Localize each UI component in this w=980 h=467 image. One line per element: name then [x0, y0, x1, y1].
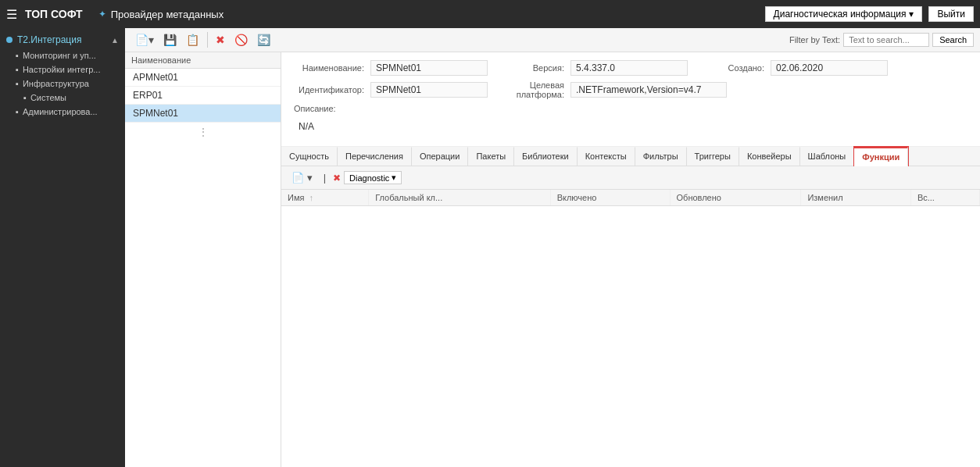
sidebar-item-systems[interactable]: ▪ Системы	[0, 91, 125, 105]
col-name[interactable]: Имя ↑	[281, 190, 369, 206]
functions-table: Имя ↑ Глобальный кл... Включено Обновлен…	[281, 190, 980, 206]
sidebar-item-infra[interactable]: ▪ Инфраструктура	[0, 77, 125, 91]
id-row: Идентификатор: SPMNet01 Целевая платформ…	[294, 80, 967, 99]
right-panel: Наименование: SPMNet01 Версия: 5.4.337.0…	[281, 52, 980, 467]
id-label: Идентификатор:	[294, 85, 364, 94]
col-updated: Обновлено	[670, 190, 801, 206]
id-value: SPMNet01	[370, 82, 488, 98]
diagnostic-button[interactable]: Диагностическая информация ▾	[765, 6, 923, 22]
list-item-apmnet01[interactable]: APMNet01	[125, 69, 281, 87]
table-separator: |	[320, 169, 330, 186]
tab-packages[interactable]: Пакеты	[468, 147, 514, 166]
filter-section: Filter by Text: Search	[789, 33, 974, 47]
search-input[interactable]	[843, 33, 929, 47]
resize-handle[interactable]: ⋮	[125, 123, 281, 141]
app-header: ☰ ТОП СОФТ ✦ Провайдер метаданных Диагно…	[0, 0, 980, 28]
list-panel: Наименование APMNet01 ERP01 SPMNet01 ⋮	[125, 52, 281, 467]
desc-value: N/A	[294, 119, 319, 134]
tab-contexts[interactable]: Контексты	[578, 147, 635, 166]
version-value: 5.4.337.0	[570, 60, 688, 76]
sidebar-item-admin[interactable]: ▪ Администрирова...	[0, 105, 125, 119]
list-item-spmnet01[interactable]: SPMNet01	[125, 105, 281, 123]
brand-name: ТОП СОФТ	[25, 8, 83, 20]
sidebar-item-label: Администрирова...	[23, 107, 98, 116]
admin-icon: ▪	[16, 107, 19, 116]
monitoring-icon: ▪	[16, 51, 19, 60]
col-enabled: Включено	[550, 190, 670, 206]
table-section: 📄 ▾ | ✖ Diagnostic ▾	[281, 166, 980, 467]
tab-filters[interactable]: Фильтры	[635, 147, 687, 166]
refresh-button[interactable]: 🔄	[253, 31, 274, 48]
tab-operations[interactable]: Операции	[412, 147, 468, 166]
filter-label: Filter by Text:	[789, 35, 840, 45]
sidebar-section-label: Т2.Интеграция	[17, 34, 111, 45]
section-dot	[6, 37, 13, 43]
save-button[interactable]: 💾	[159, 31, 181, 48]
infra-icon: ▪	[16, 79, 19, 88]
list-header: Наименование	[125, 52, 281, 69]
sidebar-item-label: Инфраструктура	[23, 79, 89, 88]
sidebar-item-monitoring[interactable]: ▪ Мониторинг и уп...	[0, 48, 125, 62]
tab-pipelines[interactable]: Конвейеры	[739, 147, 800, 166]
main-layout: Т2.Интеграция ▲ ▪ Мониторинг и уп... ▪ Н…	[0, 28, 980, 467]
form-section: Наименование: SPMNet01 Версия: 5.4.337.0…	[281, 52, 980, 147]
desc-label: Описание:	[294, 104, 336, 113]
search-button[interactable]: Search	[932, 33, 974, 47]
header-title-section: ✦ Провайдер метаданных	[98, 9, 765, 20]
sidebar-section-integration[interactable]: Т2.Интеграция ▲	[0, 31, 125, 48]
tab-functions[interactable]: Функции	[854, 147, 908, 166]
systems-icon: ▪	[23, 93, 27, 102]
created-label: Создано:	[694, 63, 764, 73]
sidebar-item-label: Настройки интегр...	[23, 65, 101, 74]
sidebar-item-label: Мониторинг и уп...	[23, 51, 96, 60]
separator	[207, 32, 208, 48]
name-label: Наименование:	[294, 63, 364, 73]
platform-label: Целевая платформа:	[494, 80, 564, 99]
col-extra: Вс...	[910, 190, 979, 206]
table-header-row: Имя ↑ Глобальный кл... Включено Обновлен…	[281, 190, 980, 206]
table-container: Имя ↑ Глобальный кл... Включено Обновлен…	[281, 190, 980, 467]
tab-templates[interactable]: Шаблоны	[800, 147, 855, 166]
table-new-button[interactable]: 📄 ▾	[288, 169, 317, 186]
sidebar-item-settings[interactable]: ▪ Настройки интегр...	[0, 62, 125, 77]
table-delete-button[interactable]: ✖	[333, 173, 341, 184]
menu-icon[interactable]: ☰	[6, 7, 17, 22]
main-toolbar: 📄▾ 💾 📋 ✖ 🚫 🔄 Filter by Text: Search	[125, 28, 980, 52]
name-value: SPMNet01	[370, 60, 488, 76]
desc-row: Описание:	[294, 104, 967, 115]
tab-triggers[interactable]: Триггеры	[687, 147, 739, 166]
created-value: 02.06.2020	[771, 60, 888, 76]
version-label: Версия:	[494, 63, 564, 73]
col-global-key: Глобальный кл...	[369, 190, 550, 206]
tab-enums[interactable]: Перечисления	[338, 147, 412, 166]
cancel-button[interactable]: 🚫	[231, 31, 252, 48]
table-filter-label: Diagnostic	[349, 173, 389, 183]
list-item-erp01[interactable]: ERP01	[125, 87, 281, 105]
copy-button[interactable]: 📋	[182, 31, 203, 48]
sidebar: Т2.Интеграция ▲ ▪ Мониторинг и уп... ▪ Н…	[0, 28, 125, 467]
platform-value: .NETFramework,Version=v4.7	[570, 82, 727, 98]
content-wrapper: 📄▾ 💾 📋 ✖ 🚫 🔄 Filter by Text: Search Наим…	[125, 28, 980, 467]
logout-button[interactable]: Выйти	[928, 6, 974, 22]
sort-icon: ↑	[309, 193, 314, 202]
sidebar-item-label: Системы	[30, 93, 66, 102]
name-row: Наименование: SPMNet01 Версия: 5.4.337.0…	[294, 60, 967, 76]
page-title: Провайдер метаданных	[111, 9, 224, 20]
tabs-bar: Сущность Перечисления Операции Пакеты Би…	[281, 147, 980, 166]
table-filter-tag: Diagnostic ▾	[344, 171, 402, 184]
content-area: Наименование APMNet01 ERP01 SPMNet01 ⋮ Н…	[125, 52, 980, 467]
collapse-icon: ▲	[111, 36, 119, 45]
new-button[interactable]: 📄▾	[131, 31, 158, 48]
settings-icon: ▪	[16, 65, 19, 74]
delete-button[interactable]: ✖	[212, 31, 229, 48]
col-changed-by: Изменил	[801, 190, 911, 206]
tab-entity[interactable]: Сущность	[281, 147, 338, 166]
desc-value-row: N/A	[294, 119, 967, 134]
tab-libraries[interactable]: Библиотеки	[514, 147, 578, 166]
star-icon: ✦	[98, 9, 106, 20]
header-right: Диагностическая информация ▾ Выйти	[765, 6, 974, 22]
table-toolbar: 📄 ▾ | ✖ Diagnostic ▾	[281, 166, 980, 190]
